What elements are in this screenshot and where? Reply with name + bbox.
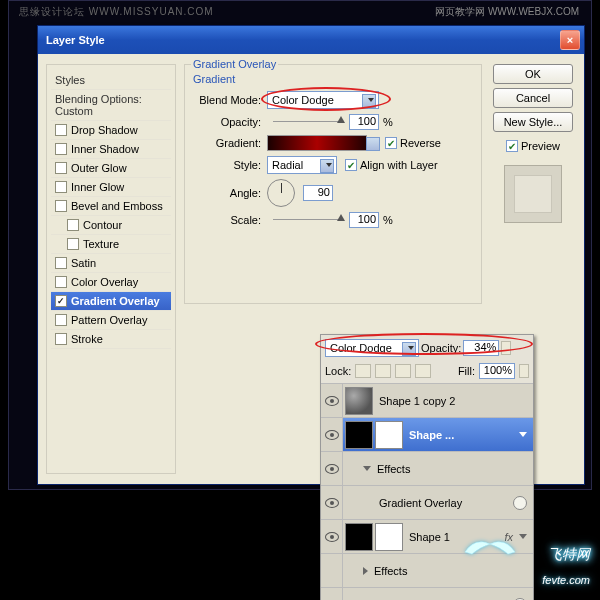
section-title: Gradient Overlay	[191, 58, 278, 70]
blend-mode-label: Blend Mode:	[189, 94, 261, 106]
checkbox-icon[interactable]	[55, 124, 67, 136]
styles-list: Styles Blending Options: Custom Drop Sha…	[51, 71, 171, 349]
eye-icon[interactable]	[325, 498, 339, 508]
lock-all-icon[interactable]	[415, 364, 431, 378]
reverse-checkbox[interactable]: ✔	[385, 137, 397, 149]
gradient-sublabel: Gradient	[193, 73, 477, 85]
align-checkbox[interactable]: ✔	[345, 159, 357, 171]
watermark-logo: 飞特网 fevte.com	[542, 546, 590, 590]
preview-label: Preview	[521, 140, 560, 152]
angle-label: Angle:	[189, 187, 261, 199]
gradient-label: Gradient:	[189, 137, 261, 149]
style-contour[interactable]: Contour	[51, 216, 171, 235]
styles-header[interactable]: Styles	[51, 71, 171, 90]
layer-row-selected[interactable]: Shape ...	[321, 418, 533, 452]
scale-label: Scale:	[189, 214, 261, 226]
layer-thumb[interactable]	[345, 523, 373, 551]
style-pattern-overlay[interactable]: Pattern Overlay	[51, 311, 171, 330]
checkbox-icon[interactable]: ✓	[55, 295, 67, 307]
style-outer-glow[interactable]: Outer Glow	[51, 159, 171, 178]
percent-label: %	[383, 214, 393, 226]
layer-opacity-label: Opacity:	[421, 342, 461, 354]
checkbox-icon[interactable]	[55, 314, 67, 326]
watermark-top-right: 网页教学网 WWW.WEBJX.COM	[435, 5, 579, 19]
fx-settings-icon[interactable]	[513, 496, 527, 510]
layer-list: Shape 1 copy 2 Shape ... Effects Gradien…	[321, 384, 533, 600]
layer-thumb[interactable]	[345, 421, 373, 449]
layer-effects-row[interactable]: Effects	[321, 452, 533, 486]
checkbox-icon[interactable]	[55, 200, 67, 212]
eye-icon[interactable]	[325, 430, 339, 440]
checkbox-icon[interactable]	[55, 276, 67, 288]
style-drop-shadow[interactable]: Drop Shadow	[51, 121, 171, 140]
gradient-swatch[interactable]	[267, 135, 367, 151]
style-satin[interactable]: Satin	[51, 254, 171, 273]
opacity-flyout-icon[interactable]	[501, 341, 511, 355]
preview-checkbox[interactable]: ✔	[506, 140, 518, 152]
layer-effect-item[interactable]: Gradient Overlay	[321, 588, 533, 600]
checkbox-icon[interactable]	[67, 238, 79, 250]
checkbox-icon[interactable]	[55, 257, 67, 269]
wings-icon	[460, 532, 520, 562]
align-label: Align with Layer	[360, 159, 438, 171]
style-inner-shadow[interactable]: Inner Shadow	[51, 140, 171, 159]
percent-label: %	[383, 116, 393, 128]
chevron-right-icon[interactable]	[363, 567, 368, 575]
cancel-button[interactable]: Cancel	[493, 88, 573, 108]
close-icon[interactable]: ×	[560, 30, 580, 50]
scale-value[interactable]: 100	[349, 212, 379, 228]
blend-mode-select[interactable]: Color Dodge	[267, 91, 379, 109]
style-gradient-overlay[interactable]: ✓Gradient Overlay	[51, 292, 171, 311]
layer-effect-item[interactable]: Gradient Overlay	[321, 486, 533, 520]
mask-thumb[interactable]	[375, 523, 403, 551]
opacity-value[interactable]: 100	[349, 114, 379, 130]
lock-position-icon[interactable]	[395, 364, 411, 378]
lock-transparency-icon[interactable]	[355, 364, 371, 378]
lock-label: Lock:	[325, 365, 351, 377]
preview-swatch	[504, 165, 562, 223]
style-color-overlay[interactable]: Color Overlay	[51, 273, 171, 292]
layer-blend-mode-select[interactable]: Color Dodge	[325, 339, 419, 357]
opacity-label: Opacity:	[189, 116, 261, 128]
checkbox-icon[interactable]	[55, 162, 67, 174]
style-label: Style:	[189, 159, 261, 171]
fx-toggle-icon[interactable]	[519, 534, 527, 539]
blending-options-item[interactable]: Blending Options: Custom	[51, 90, 171, 121]
angle-dial[interactable]	[267, 179, 295, 207]
fill-value[interactable]: 100%	[479, 363, 515, 379]
eye-icon[interactable]	[325, 396, 339, 406]
styles-fieldset: Styles Blending Options: Custom Drop Sha…	[46, 64, 176, 474]
ok-button[interactable]: OK	[493, 64, 573, 84]
checkbox-icon[interactable]	[55, 181, 67, 193]
style-stroke[interactable]: Stroke	[51, 330, 171, 349]
dialog-titlebar[interactable]: Layer Style ×	[38, 26, 584, 54]
eye-icon[interactable]	[325, 464, 339, 474]
style-bevel-emboss[interactable]: Bevel and Emboss	[51, 197, 171, 216]
layer-thumb[interactable]	[345, 387, 373, 415]
fx-toggle-icon[interactable]	[519, 432, 527, 437]
watermark-top-left: 思缘设计论坛 WWW.MISSYUAN.COM	[19, 5, 214, 19]
fill-flyout-icon[interactable]	[519, 364, 529, 378]
opacity-slider[interactable]	[273, 118, 343, 126]
gradient-overlay-fieldset: Gradient Overlay Gradient Blend Mode: Co…	[184, 64, 482, 304]
style-texture[interactable]: Texture	[51, 235, 171, 254]
scale-slider[interactable]	[273, 216, 343, 224]
checkbox-icon[interactable]	[55, 143, 67, 155]
chevron-down-icon[interactable]	[363, 466, 371, 471]
angle-value[interactable]: 90	[303, 185, 333, 201]
layer-opacity-value[interactable]: 34%	[463, 340, 499, 356]
style-inner-glow[interactable]: Inner Glow	[51, 178, 171, 197]
fill-label: Fill:	[458, 365, 475, 377]
layer-row[interactable]: Shape 1 copy 2	[321, 384, 533, 418]
mask-thumb[interactable]	[375, 421, 403, 449]
lock-pixels-icon[interactable]	[375, 364, 391, 378]
new-style-button[interactable]: New Style...	[493, 112, 573, 132]
checkbox-icon[interactable]	[67, 219, 79, 231]
style-select[interactable]: Radial	[267, 156, 337, 174]
reverse-label: Reverse	[400, 137, 441, 149]
dialog-title: Layer Style	[46, 34, 105, 46]
eye-icon[interactable]	[325, 532, 339, 542]
checkbox-icon[interactable]	[55, 333, 67, 345]
